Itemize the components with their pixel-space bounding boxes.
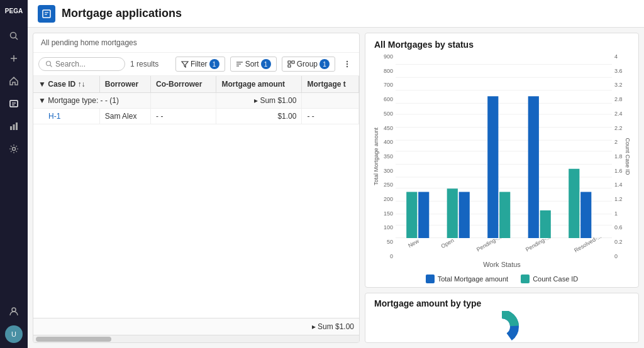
filter-button[interactable]: Filter 1	[175, 57, 225, 72]
svg-point-0	[11, 33, 16, 38]
sidebar-icon-user[interactable]	[4, 302, 24, 322]
sidebar-icon-add[interactable]	[4, 48, 24, 68]
svg-rect-8	[13, 124, 15, 130]
col-header-caseid[interactable]: ▼ Case ID ↑↓	[33, 76, 99, 93]
chart1-title: All Mortgages by status	[365, 33, 638, 53]
group-badge: 1	[319, 59, 330, 69]
table-row: H-1 Sam Alex - - $1.00 - -	[33, 109, 359, 124]
legend-item-amount: Total Mortgage amount	[426, 275, 509, 283]
svg-rect-9	[16, 122, 18, 130]
group-icon	[287, 60, 295, 68]
svg-point-11	[12, 308, 16, 312]
x-label-open: Open	[440, 237, 455, 249]
coborrower-cell: - -	[151, 109, 216, 124]
type-cell: - -	[302, 109, 359, 124]
toolbar: 1 results Filter 1 Sort 1 Group 1	[33, 53, 359, 76]
svg-point-23	[347, 61, 348, 62]
results-count: 1 results	[130, 60, 158, 68]
legend-color-count	[521, 275, 530, 283]
search-input[interactable]	[55, 60, 118, 68]
table-footer: ▸ Sum $1.00	[33, 318, 359, 335]
footer-sum: Sum $1.00	[318, 322, 354, 331]
svg-rect-21	[292, 61, 294, 63]
col-header-borrower[interactable]: Borrower	[99, 76, 150, 93]
sidebar-bottom: U	[4, 300, 24, 343]
svg-rect-43	[447, 188, 458, 238]
search-icon	[45, 60, 53, 68]
sort-icon	[236, 60, 243, 68]
group-row-label: Mortgage type: - - (1)	[48, 96, 119, 105]
avatar[interactable]: U	[5, 325, 23, 343]
svg-rect-7	[10, 126, 12, 130]
col-header-type[interactable]: Mortgage t	[302, 76, 359, 93]
chart1-legend: Total Mortgage amount Count Case ID	[365, 271, 638, 287]
y-label-left: Total Mortgage amount	[373, 128, 379, 185]
svg-point-24	[347, 63, 348, 65]
y-axis-left: Total Mortgage amount 900 800 700 600 50…	[372, 53, 396, 259]
svg-rect-50	[580, 192, 591, 239]
filter-label: Filter	[191, 60, 208, 68]
svg-rect-46	[499, 192, 510, 239]
svg-rect-12	[43, 10, 50, 18]
left-panel: All pending home mortgages 1 results Fil…	[33, 33, 360, 343]
body-area: All pending home mortgages 1 results Fil…	[28, 28, 644, 348]
more-icon	[342, 59, 352, 69]
main-content: Mortgage applications All pending home m…	[28, 0, 644, 348]
sort-button[interactable]: Sort 1	[230, 57, 277, 72]
chart1-panel: All Mortgages by status Total Mortgage a…	[365, 33, 639, 288]
svg-point-10	[13, 148, 16, 151]
chart2-title: Mortgage amount by type	[365, 293, 638, 311]
sidebar-icon-search[interactable]	[4, 26, 24, 46]
sort-label: Sort	[245, 60, 259, 68]
chart1-area: Total Mortgage amount 900 800 700 600 50…	[365, 53, 638, 271]
svg-rect-42	[418, 192, 429, 239]
group-button[interactable]: Group 1	[282, 57, 335, 72]
borrower-cell: Sam Alex	[99, 109, 150, 124]
donut-preview	[365, 311, 638, 342]
more-button[interactable]	[340, 57, 354, 71]
panel-subtitle: All pending home mortgages	[33, 33, 359, 53]
y-label-right: Count Case ID	[625, 138, 631, 175]
data-table: ▼ Case ID ↑↓ Borrower Co-Borrower Mortga…	[33, 76, 359, 124]
svg-rect-48	[540, 210, 551, 238]
horizontal-scrollbar[interactable]	[33, 335, 359, 342]
right-panel: All Mortgages by status Total Mortgage a…	[365, 33, 639, 343]
svg-point-25	[347, 66, 348, 67]
x-label-new: New	[407, 237, 420, 249]
svg-rect-22	[288, 65, 291, 67]
chart1-body: Total Mortgage amount 900 800 700 600 50…	[372, 53, 632, 259]
case-id-cell[interactable]: H-1	[33, 109, 99, 124]
y-axis-right: Count Case ID 4 3.6 3.2 2.8 2.4 2.2 2 1.…	[612, 53, 632, 259]
group-row: ▼ Mortgage type: - - (1) ▸ Sum $1.00	[33, 93, 359, 109]
svg-rect-41	[406, 192, 417, 239]
sort-badge: 1	[261, 59, 271, 69]
col-header-coborrower[interactable]: Co-Borrower	[151, 76, 216, 93]
sidebar-icon-settings[interactable]	[4, 139, 24, 159]
page-title: Mortgage applications	[62, 7, 182, 20]
svg-rect-45	[487, 96, 498, 238]
group-label: Group	[297, 60, 318, 68]
chart-inner: New Open Pending-... Pending-... Resolve…	[396, 53, 612, 259]
sidebar-icon-cases[interactable]	[4, 94, 24, 114]
app-logo: PEGA	[3, 5, 25, 17]
bars-svg	[396, 53, 612, 238]
svg-rect-44	[459, 192, 470, 239]
sidebar-icon-chart[interactable]	[4, 116, 24, 136]
legend-label-count: Count Case ID	[533, 275, 578, 283]
table-container: ▼ Case ID ↑↓ Borrower Co-Borrower Mortga…	[33, 76, 359, 318]
svg-rect-20	[288, 61, 291, 63]
search-box[interactable]	[38, 57, 125, 71]
svg-rect-49	[569, 169, 579, 238]
svg-line-16	[50, 65, 52, 67]
x-labels: New Open Pending-... Pending-... Resolve…	[396, 238, 612, 259]
chart1-x-title: Work Status	[372, 259, 632, 271]
svg-rect-4	[10, 101, 18, 107]
col-header-amount[interactable]: Mortgage amount	[216, 76, 302, 93]
sidebar-icon-home[interactable]	[4, 71, 24, 91]
legend-item-count: Count Case ID	[521, 275, 578, 283]
legend-label-amount: Total Mortgage amount	[438, 275, 509, 283]
legend-color-amount	[426, 275, 435, 283]
page-header: Mortgage applications	[28, 0, 644, 28]
group-sum: ▸ Sum $1.00	[216, 93, 302, 109]
sidebar: PEGA U	[0, 0, 28, 348]
